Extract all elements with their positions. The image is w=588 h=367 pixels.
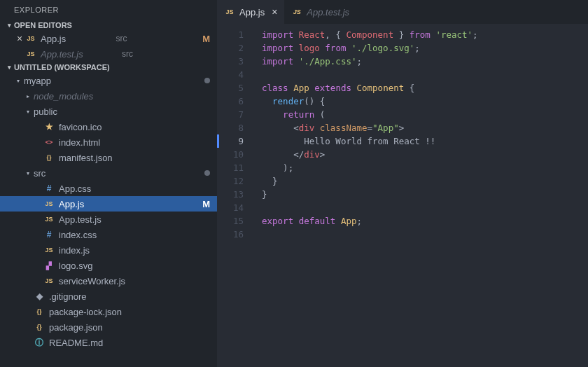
file-item[interactable]: {}manifest.json: [0, 150, 217, 165]
file-item[interactable]: ★favicon.ico: [0, 119, 217, 134]
json-icon: {}: [34, 306, 45, 317]
html-icon: <>: [43, 137, 55, 148]
file-item[interactable]: ▞logo.svg: [0, 258, 217, 273]
code-line: export default App;: [262, 214, 588, 228]
tree-item-label: App.test.js: [59, 214, 210, 225]
tree-item-label: index.css: [59, 230, 210, 240]
file-item[interactable]: #index.css: [0, 227, 217, 242]
tab-bar: JSApp.js×JSApp.test.js: [217, 0, 588, 24]
vscode-window: EXPLORER ▾ OPEN EDITORS ×JSApp.jssrcMJSA…: [0, 0, 588, 367]
open-editor-item[interactable]: JSApp.test.jssrc: [0, 46, 217, 62]
chevron-down-icon: ▾: [4, 22, 14, 29]
file-item[interactable]: #App.css: [0, 181, 217, 196]
line-number: 2: [217, 41, 244, 55]
code-content[interactable]: import React, { Component } from 'react'…: [256, 24, 588, 367]
dirty-dot-icon: [204, 170, 210, 176]
file-item[interactable]: <>index.html: [0, 134, 217, 150]
tree-item-label: favicon.ico: [59, 122, 210, 132]
tree-item-label: src: [34, 168, 200, 179]
folder-item[interactable]: ▾public: [0, 104, 217, 119]
line-gutter: 12345678910111213141516: [217, 24, 256, 367]
file-item[interactable]: JSserviceWorker.js: [0, 273, 217, 289]
open-editors-header[interactable]: ▾ OPEN EDITORS: [0, 20, 217, 31]
code-line: [262, 228, 588, 241]
code-area: 12345678910111213141516 import React, { …: [217, 24, 588, 367]
folder-item[interactable]: ▸node_modules: [0, 88, 217, 104]
folder-item[interactable]: ▾myapp: [0, 73, 217, 88]
js-icon: JS: [43, 244, 55, 256]
tree-item-label: index.js: [59, 245, 210, 256]
file-item[interactable]: ⓘREADME.md: [0, 335, 217, 350]
line-number: 9: [217, 134, 244, 148]
code-line: }: [262, 174, 588, 188]
json-icon: {}: [43, 152, 55, 163]
code-line: Hello World from React !!: [262, 134, 588, 148]
code-line: );: [262, 161, 588, 174]
js-icon: JS: [25, 48, 36, 60]
line-number: 10: [217, 148, 244, 161]
line-number: 5: [217, 81, 244, 95]
code-line: class App extends Component {: [262, 81, 588, 95]
line-number: 8: [217, 121, 244, 134]
chevron-right-icon: ▸: [24, 93, 32, 99]
chevron-down-icon: ▾: [24, 109, 32, 115]
editor-tab[interactable]: JSApp.js×: [217, 0, 284, 24]
tree-item-label: README.md: [49, 338, 210, 348]
code-line: [262, 68, 588, 81]
json-icon: {}: [34, 321, 45, 333]
close-icon[interactable]: ×: [272, 6, 277, 18]
tree-item-label: .gitignore: [49, 291, 210, 302]
file-item[interactable]: JSApp.test.js: [0, 212, 217, 227]
line-number: 15: [217, 214, 244, 228]
tree-item-label: package-lock.json: [49, 307, 210, 317]
js-icon: JS: [224, 6, 235, 18]
css-icon: #: [43, 183, 55, 194]
editor-tab[interactable]: JSApp.test.js: [284, 0, 356, 24]
js-icon: JS: [43, 198, 55, 209]
open-editor-dir: src: [116, 34, 127, 43]
file-tree: ▾myapp▸node_modules▾public★favicon.ico<>…: [0, 73, 217, 350]
line-number: 3: [217, 55, 244, 68]
js-icon: JS: [43, 275, 55, 286]
code-line: import './App.css';: [262, 55, 588, 68]
tree-item-label: public: [34, 106, 210, 117]
chevron-down-icon: ▾: [4, 64, 14, 71]
favicon-icon: ★: [43, 121, 55, 132]
editor-area: JSApp.js×JSApp.test.js 12345678910111213…: [217, 0, 588, 367]
code-line: return (: [262, 108, 588, 121]
tree-item-label: manifest.json: [59, 153, 210, 163]
line-number: 6: [217, 95, 244, 108]
open-editor-item[interactable]: ×JSApp.jssrcM: [0, 31, 217, 46]
code-line: import React, { Component } from 'react'…: [262, 28, 588, 41]
line-number: 14: [217, 201, 244, 214]
tree-item-label: App.css: [59, 184, 210, 194]
code-line: [262, 201, 588, 214]
open-editor-label: App.test.js: [41, 49, 118, 60]
open-editor-dir: src: [122, 49, 133, 59]
file-item[interactable]: JSindex.js: [0, 242, 217, 258]
tree-item-label: index.html: [59, 137, 210, 148]
js-icon: JS: [291, 6, 302, 18]
line-number: 7: [217, 108, 244, 121]
sidebar: EXPLORER ▾ OPEN EDITORS ×JSApp.jssrcMJSA…: [0, 0, 217, 367]
open-editors-label: OPEN EDITORS: [14, 21, 72, 29]
workspace-header[interactable]: ▾ UNTITLED (WORKSPACE): [0, 62, 217, 73]
code-line: }: [262, 188, 588, 201]
folder-item[interactable]: ▾src: [0, 165, 217, 181]
svg-icon: ▞: [43, 260, 55, 271]
open-editor-label: App.js: [41, 34, 112, 44]
code-line: import logo from './logo.svg';: [262, 41, 588, 55]
info-icon: ⓘ: [34, 337, 45, 348]
chevron-down-icon: ▾: [14, 78, 22, 84]
line-number: 16: [217, 228, 244, 241]
file-item[interactable]: JSApp.jsM: [0, 196, 217, 212]
close-icon[interactable]: ×: [14, 33, 25, 44]
modified-badge: M: [202, 199, 210, 209]
tab-label: App.test.js: [307, 7, 349, 18]
code-line: render() {: [262, 95, 588, 108]
code-line: <div className="App">: [262, 121, 588, 134]
file-item[interactable]: {}package-lock.json: [0, 304, 217, 319]
file-item[interactable]: ◆.gitignore: [0, 289, 217, 304]
tree-item-label: node_modules: [34, 91, 210, 102]
file-item[interactable]: {}package.json: [0, 319, 217, 335]
